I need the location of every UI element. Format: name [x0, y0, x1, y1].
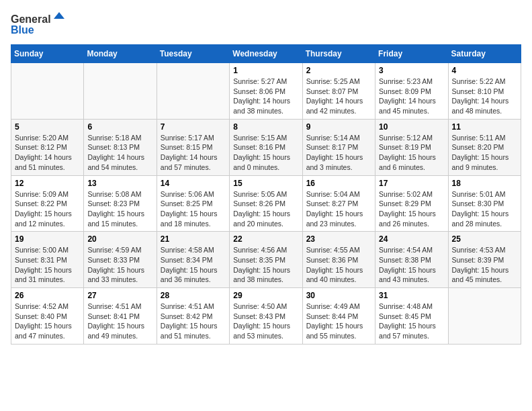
day-number: 23: [306, 234, 371, 244]
day-number: 15: [233, 179, 298, 188]
week-row-2: 5Sunrise: 5:20 AM Sunset: 8:12 PM Daylig…: [11, 119, 521, 175]
day-number: 30: [306, 291, 371, 300]
day-number: 24: [379, 234, 444, 244]
logo: GeneralBlue: [11, 11, 64, 38]
day-info: Sunrise: 4:50 AM Sunset: 8:43 PM Dayligh…: [233, 302, 298, 341]
day-number: 21: [161, 234, 226, 244]
day-number: 12: [15, 179, 80, 188]
day-number: 22: [233, 234, 298, 244]
day-header-tuesday: Tuesday: [157, 45, 229, 63]
calendar-cell: [11, 63, 84, 120]
day-info: Sunrise: 5:09 AM Sunset: 8:22 PM Dayligh…: [15, 189, 80, 229]
calendar-cell: 5Sunrise: 5:20 AM Sunset: 8:12 PM Daylig…: [11, 119, 84, 175]
calendar-cell: [84, 63, 157, 120]
svg-text:General: General: [11, 13, 51, 25]
week-row-5: 26Sunrise: 4:52 AM Sunset: 8:40 PM Dayli…: [11, 288, 521, 345]
day-info: Sunrise: 5:06 AM Sunset: 8:25 PM Dayligh…: [161, 189, 226, 229]
week-row-4: 19Sunrise: 5:00 AM Sunset: 8:31 PM Dayli…: [11, 232, 521, 288]
day-number: 7: [161, 122, 226, 132]
svg-text:Blue: Blue: [11, 24, 34, 36]
day-info: Sunrise: 5:12 AM Sunset: 8:19 PM Dayligh…: [379, 133, 444, 173]
day-info: Sunrise: 5:08 AM Sunset: 8:23 PM Dayligh…: [87, 189, 152, 229]
day-number: 6: [87, 122, 152, 132]
calendar-cell: 3Sunrise: 5:23 AM Sunset: 8:09 PM Daylig…: [375, 63, 448, 120]
logo-svg: GeneralBlue: [11, 11, 64, 38]
day-info: Sunrise: 4:55 AM Sunset: 8:36 PM Dayligh…: [306, 245, 371, 285]
day-info: Sunrise: 4:49 AM Sunset: 8:44 PM Dayligh…: [306, 302, 371, 341]
svg-marker-1: [54, 12, 64, 19]
calendar-cell: 25Sunrise: 4:53 AM Sunset: 8:39 PM Dayli…: [448, 232, 521, 288]
day-info: Sunrise: 4:51 AM Sunset: 8:42 PM Dayligh…: [161, 302, 226, 341]
day-number: 3: [379, 66, 444, 75]
calendar-cell: 1Sunrise: 5:27 AM Sunset: 8:06 PM Daylig…: [230, 63, 302, 120]
calendar-cell: 28Sunrise: 4:51 AM Sunset: 8:42 PM Dayli…: [157, 288, 229, 345]
day-number: 2: [306, 66, 371, 75]
calendar-cell: 7Sunrise: 5:17 AM Sunset: 8:15 PM Daylig…: [157, 119, 229, 175]
week-row-1: 1Sunrise: 5:27 AM Sunset: 8:06 PM Daylig…: [11, 63, 521, 120]
day-number: 9: [306, 122, 371, 132]
day-number: 10: [379, 122, 444, 132]
calendar-cell: 21Sunrise: 4:58 AM Sunset: 8:34 PM Dayli…: [157, 232, 229, 288]
day-info: Sunrise: 5:14 AM Sunset: 8:17 PM Dayligh…: [306, 133, 371, 173]
calendar-cell: 11Sunrise: 5:11 AM Sunset: 8:20 PM Dayli…: [448, 119, 521, 175]
day-number: 26: [15, 291, 80, 300]
day-header-monday: Monday: [84, 45, 157, 63]
day-info: Sunrise: 5:01 AM Sunset: 8:30 PM Dayligh…: [452, 189, 517, 229]
calendar-cell: 9Sunrise: 5:14 AM Sunset: 8:17 PM Daylig…: [302, 119, 375, 175]
day-header-wednesday: Wednesday: [230, 45, 302, 63]
day-info: Sunrise: 5:02 AM Sunset: 8:29 PM Dayligh…: [379, 189, 444, 229]
day-info: Sunrise: 5:04 AM Sunset: 8:27 PM Dayligh…: [306, 189, 371, 229]
day-info: Sunrise: 5:17 AM Sunset: 8:15 PM Dayligh…: [161, 133, 226, 173]
day-number: 4: [452, 66, 517, 75]
day-number: 8: [233, 122, 298, 132]
day-info: Sunrise: 5:11 AM Sunset: 8:20 PM Dayligh…: [452, 133, 517, 173]
calendar-cell: 13Sunrise: 5:08 AM Sunset: 8:23 PM Dayli…: [84, 175, 157, 232]
week-row-3: 12Sunrise: 5:09 AM Sunset: 8:22 PM Dayli…: [11, 175, 521, 232]
calendar-cell: 22Sunrise: 4:56 AM Sunset: 8:35 PM Dayli…: [230, 232, 302, 288]
calendar-cell: 29Sunrise: 4:50 AM Sunset: 8:43 PM Dayli…: [230, 288, 302, 345]
calendar-cell: 27Sunrise: 4:51 AM Sunset: 8:41 PM Dayli…: [84, 288, 157, 345]
day-number: 11: [452, 122, 517, 132]
calendar-cell: 6Sunrise: 5:18 AM Sunset: 8:13 PM Daylig…: [84, 119, 157, 175]
day-number: 29: [233, 291, 298, 300]
day-info: Sunrise: 5:22 AM Sunset: 8:10 PM Dayligh…: [452, 77, 517, 116]
calendar-cell: [157, 63, 229, 120]
calendar-cell: 31Sunrise: 4:48 AM Sunset: 8:45 PM Dayli…: [375, 288, 448, 345]
calendar-cell: [448, 288, 521, 345]
calendar-cell: 17Sunrise: 5:02 AM Sunset: 8:29 PM Dayli…: [375, 175, 448, 232]
day-number: 27: [87, 291, 152, 300]
day-info: Sunrise: 5:00 AM Sunset: 8:31 PM Dayligh…: [15, 245, 80, 285]
day-info: Sunrise: 5:15 AM Sunset: 8:16 PM Dayligh…: [233, 133, 298, 173]
day-number: 1: [233, 66, 298, 75]
calendar-cell: 24Sunrise: 4:54 AM Sunset: 8:38 PM Dayli…: [375, 232, 448, 288]
calendar-cell: 26Sunrise: 4:52 AM Sunset: 8:40 PM Dayli…: [11, 288, 84, 345]
day-info: Sunrise: 4:51 AM Sunset: 8:41 PM Dayligh…: [87, 302, 152, 341]
header: GeneralBlue: [11, 11, 521, 38]
day-number: 31: [379, 291, 444, 300]
calendar-cell: 2Sunrise: 5:25 AM Sunset: 8:07 PM Daylig…: [302, 63, 375, 120]
calendar-cell: 16Sunrise: 5:04 AM Sunset: 8:27 PM Dayli…: [302, 175, 375, 232]
day-info: Sunrise: 4:48 AM Sunset: 8:45 PM Dayligh…: [379, 302, 444, 341]
day-info: Sunrise: 5:25 AM Sunset: 8:07 PM Dayligh…: [306, 77, 371, 116]
day-info: Sunrise: 4:59 AM Sunset: 8:33 PM Dayligh…: [87, 245, 152, 285]
calendar-cell: 18Sunrise: 5:01 AM Sunset: 8:30 PM Dayli…: [448, 175, 521, 232]
day-number: 20: [87, 234, 152, 244]
day-info: Sunrise: 4:58 AM Sunset: 8:34 PM Dayligh…: [161, 245, 226, 285]
day-header-thursday: Thursday: [302, 45, 375, 63]
day-number: 13: [87, 179, 152, 188]
day-info: Sunrise: 4:54 AM Sunset: 8:38 PM Dayligh…: [379, 245, 444, 285]
day-info: Sunrise: 5:18 AM Sunset: 8:13 PM Dayligh…: [87, 133, 152, 173]
day-number: 19: [15, 234, 80, 244]
day-header-friday: Friday: [375, 45, 448, 63]
day-number: 18: [452, 179, 517, 188]
day-info: Sunrise: 5:20 AM Sunset: 8:12 PM Dayligh…: [15, 133, 80, 173]
calendar-cell: 4Sunrise: 5:22 AM Sunset: 8:10 PM Daylig…: [448, 63, 521, 120]
day-info: Sunrise: 4:53 AM Sunset: 8:39 PM Dayligh…: [452, 245, 517, 285]
calendar-cell: 19Sunrise: 5:00 AM Sunset: 8:31 PM Dayli…: [11, 232, 84, 288]
day-info: Sunrise: 5:27 AM Sunset: 8:06 PM Dayligh…: [233, 77, 298, 116]
calendar-table: SundayMondayTuesdayWednesdayThursdayFrid…: [11, 44, 521, 345]
calendar-cell: 10Sunrise: 5:12 AM Sunset: 8:19 PM Dayli…: [375, 119, 448, 175]
day-header-saturday: Saturday: [448, 45, 521, 63]
day-number: 28: [161, 291, 226, 300]
day-number: 25: [452, 234, 517, 244]
